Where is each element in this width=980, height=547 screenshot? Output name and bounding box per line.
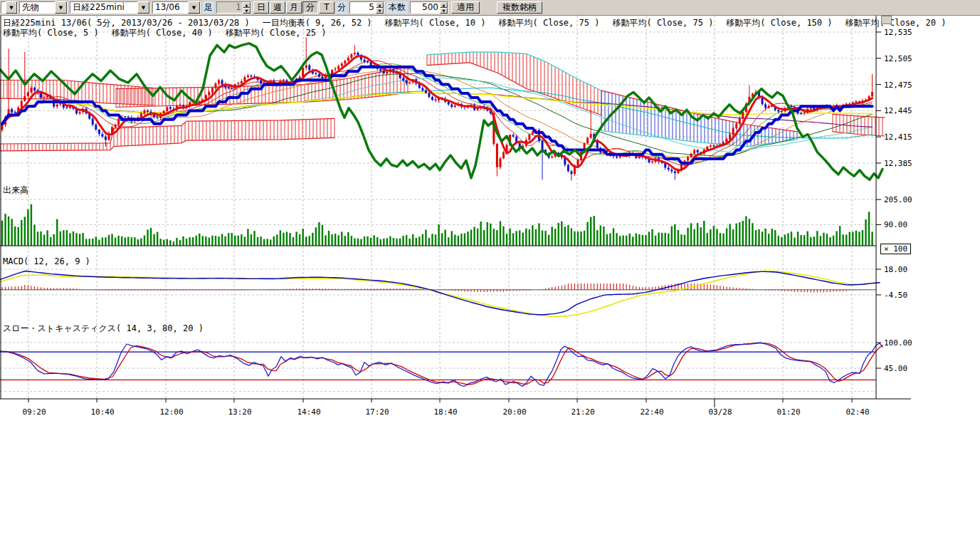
legend-item: 移動平均( Close, 25 ) [226, 27, 327, 39]
svg-text:22:40: 22:40 [640, 407, 663, 417]
svg-text:21:20: 21:20 [571, 407, 594, 417]
svg-text:18:40: 18:40 [433, 407, 457, 417]
svg-text:14:40: 14:40 [297, 407, 320, 417]
spinner-arrows-icon[interactable]: ▲▼ [243, 2, 251, 13]
svg-text:01:20: 01:20 [776, 407, 800, 417]
svg-text:12,505: 12,505 [884, 54, 912, 63]
legend-item: 移動平均( Close, 10 ) [385, 17, 486, 29]
svg-text:17:20: 17:20 [365, 407, 389, 417]
svg-text:03/28: 03/28 [708, 407, 732, 417]
svg-text:12,415: 12,415 [884, 132, 912, 142]
period-button-day[interactable]: 日 [253, 1, 269, 14]
legend-item: 移動平均( Close, 20 ) [845, 17, 947, 29]
interval-value: 1 [217, 2, 243, 13]
svg-text:12,475: 12,475 [884, 80, 912, 90]
ashi-label: 足 [203, 1, 214, 14]
volume-panel-label: 出来高 [3, 184, 28, 197]
interval-spinner[interactable]: 1 ▲▼ [216, 1, 251, 14]
svg-text:-4.50: -4.50 [884, 291, 907, 300]
minutes-label: 分 [336, 1, 347, 14]
multi-symbol-button[interactable]: 複数銘柄 [497, 1, 542, 14]
svg-text:100.00: 100.00 [884, 338, 912, 348]
legend-item: 移動平均( Close, 150 ) [726, 17, 832, 29]
contract-month-value: 13/06 [153, 2, 188, 13]
stochastics-panel-label: スロー・ストキャスティクス( 14, 3, 80, 20 ) [3, 323, 204, 335]
svg-text:90.00: 90.00 [884, 220, 907, 229]
svg-text:12:00: 12:00 [159, 407, 183, 417]
chart-plot-area[interactable]: 12,53512,50512,47512,44512,41512,385205.… [0, 0, 980, 547]
legend-item: 移動平均( Close, 75 ) [499, 17, 600, 29]
svg-text:02:40: 02:40 [845, 407, 869, 417]
minutes-spinner[interactable]: 5 ▲▼ [349, 1, 384, 14]
volume-multiplier-badge: × 100 [880, 244, 911, 254]
spinner-arrows-icon[interactable]: ▲▼ [440, 2, 448, 13]
instrument-type-value: 先物 [20, 2, 55, 13]
minutes-value: 5 [350, 2, 376, 13]
svg-text:12,445: 12,445 [884, 106, 912, 115]
chart-legend-row-2: 移動平均( Close, 5 )移動平均( Close, 40 )移動平均( C… [3, 27, 327, 39]
chevron-down-icon[interactable]: ▼ [55, 1, 67, 14]
legend-item: 移動平均( Close, 75 ) [612, 17, 713, 29]
symbol-value: 日経225mini [70, 2, 137, 13]
chevron-down-icon[interactable]: ▼ [137, 1, 149, 14]
period-button-month[interactable]: 月 [286, 1, 302, 14]
svg-text:13:20: 13:20 [228, 407, 251, 417]
period-button-tick[interactable]: T [319, 1, 334, 14]
legend-item: 移動平均( Close, 40 ) [112, 27, 213, 39]
spinner-arrows-icon[interactable]: ▲▼ [376, 2, 384, 13]
contract-month-combo[interactable]: 13/06 ▼ [152, 1, 201, 14]
svg-text:12,385: 12,385 [884, 159, 912, 168]
legend-item: 移動平均( Close, 5 ) [3, 27, 99, 39]
svg-text:10:40: 10:40 [90, 407, 114, 417]
macd-panel-label: MACD( 12, 26, 9 ) [3, 256, 90, 266]
svg-text:205.00: 205.00 [884, 195, 912, 204]
apply-button[interactable]: 適用 [451, 1, 480, 14]
svg-text:45.00: 45.00 [884, 364, 907, 373]
chevron-down-icon[interactable]: ▼ [6, 1, 17, 14]
svg-text:09:20: 09:20 [22, 407, 46, 417]
svg-text:20:00: 20:00 [502, 407, 526, 417]
scroll-corner [881, 16, 892, 24]
blank-combo[interactable]: ▼ [1, 1, 18, 14]
bars-label: 本数 [386, 1, 408, 14]
bars-spinner[interactable]: 500 ▲▼ [410, 1, 448, 14]
period-button-minute[interactable]: 分 [302, 1, 318, 14]
period-button-week[interactable]: 週 [270, 1, 285, 14]
symbol-combo[interactable]: 日経225mini ▼ [70, 1, 150, 14]
bars-value: 500 [411, 2, 440, 13]
instrument-type-combo[interactable]: 先物 ▼ [19, 1, 68, 14]
toolbar: ▼ 先物 ▼ 日経225mini ▼ 13/06 ▼ 足 1 ▲▼ 日 週 月 … [0, 0, 980, 16]
svg-text:18.00: 18.00 [884, 265, 907, 274]
chevron-down-icon[interactable]: ▼ [188, 1, 200, 14]
